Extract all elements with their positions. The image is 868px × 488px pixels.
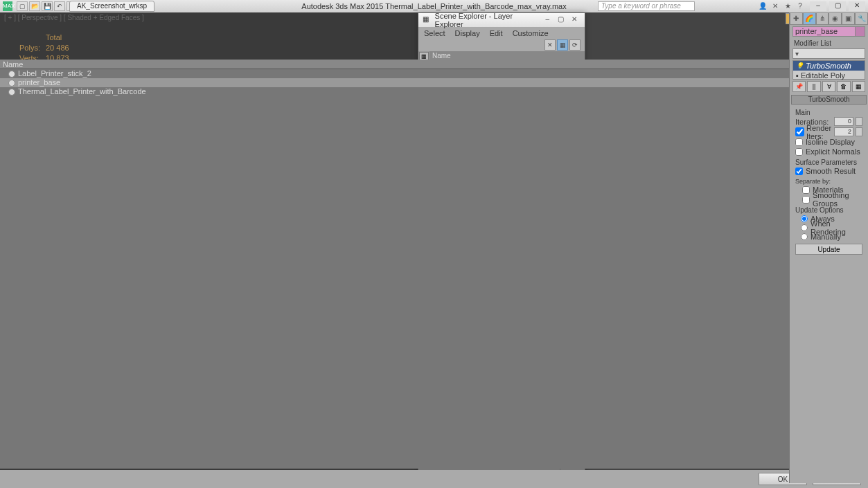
object-icon: [8, 71, 15, 78]
mod-name: TurboSmooth: [806, 62, 851, 70]
mod-expand-icon[interactable]: ▪: [796, 71, 799, 80]
se-menu-display[interactable]: Display: [455, 29, 480, 37]
help-icons: 👤 ✕ ★ ?: [757, 1, 806, 11]
show-end-icon[interactable]: ||: [807, 81, 820, 92]
favorites-icon[interactable]: ★: [782, 1, 793, 11]
smgroups-check[interactable]: [802, 196, 810, 204]
tab-utilities-icon[interactable]: 🔧: [855, 12, 868, 25]
rollout-title[interactable]: TurboSmooth: [791, 95, 867, 105]
window-title: Autodesk 3ds Max 2015 Thermal_Label_Prin…: [301, 2, 566, 10]
qat-open-icon[interactable]: 📂: [29, 1, 40, 11]
iterations-spin-buttons[interactable]: [856, 117, 862, 126]
when-render-row: When Rendering: [795, 223, 862, 232]
modifier-list-combo[interactable]: ▾: [792, 48, 865, 59]
se-menu-customize[interactable]: Customize: [513, 29, 549, 37]
command-panel: ✚ 🌈 ⋔ ◉ ▣ 🔧 printer_base Modifier List ▾…: [789, 12, 868, 483]
explicit-label: Explicit Normals: [806, 147, 860, 156]
always-radio[interactable]: [801, 215, 808, 222]
se-tool-view-icon[interactable]: ▦: [557, 39, 568, 51]
maximize-button[interactable]: ▢: [829, 1, 846, 11]
materials-check[interactable]: [802, 186, 810, 194]
titlebar: MAX ▢ 📂 💾 ↶ ↷ ⎘ AK_Screenshot_wrksp Auto…: [0, 0, 868, 12]
stats-polys-value: 20 486: [46, 44, 78, 53]
signin-icon[interactable]: 👤: [757, 1, 768, 11]
rollout-body: Main Iterations: 0 Render Iters: 2 Isoli…: [791, 105, 867, 257]
sfs-button-row: OK Cancel: [0, 470, 868, 488]
smooth-result-check[interactable]: [795, 168, 803, 175]
mod-bulb-icon[interactable]: 💡: [796, 62, 804, 69]
isoline-check[interactable]: [795, 138, 803, 146]
sfs-row-name: Label_Printer_stick_2: [0, 69, 838, 78]
isoline-label: Isoline Display: [806, 138, 855, 146]
isoline-row: Isoline Display: [795, 137, 862, 147]
object-name-value: printer_base: [795, 27, 838, 36]
render-iters-spin-buttons[interactable]: [856, 127, 862, 136]
command-panel-tabs: ✚ 🌈 ⋔ ◉ ▣ 🔧: [790, 12, 868, 25]
manually-label: Manually: [811, 233, 841, 241]
make-unique-icon[interactable]: ∀: [822, 81, 835, 92]
sfs-row[interactable]: Thermal_Label_Printer_with_Barcode0: [0, 87, 868, 96]
main-label: Main: [795, 109, 862, 116]
sfs-row[interactable]: Label_Printer_stick_2320: [0, 69, 868, 78]
manually-radio[interactable]: [801, 233, 808, 240]
explicit-check[interactable]: [795, 148, 803, 156]
smooth-result-row: Smooth Result: [795, 166, 862, 176]
scene-explorer-icon: ▦: [423, 15, 432, 25]
pin-stack-icon[interactable]: 📌: [792, 81, 806, 92]
help-icon[interactable]: ?: [795, 1, 806, 11]
modifier-list-label: Modifier List: [790, 38, 868, 48]
remove-mod-icon[interactable]: 🗑: [837, 81, 850, 92]
render-iters-row: Render Iters: 2: [795, 127, 862, 137]
iterations-spinner[interactable]: 0: [834, 117, 853, 126]
scene-explorer-titlebar[interactable]: ▦ Scene Explorer - Layer Explorer – ▢ ✕: [418, 13, 585, 27]
qat-save-icon[interactable]: 💾: [42, 1, 53, 11]
tab-display-icon[interactable]: ▣: [842, 12, 855, 25]
se-tool-find-icon[interactable]: ✕: [544, 39, 556, 51]
object-color-swatch[interactable]: [855, 27, 865, 36]
se-tool-sync-icon[interactable]: ⟳: [569, 39, 581, 51]
se-menu-select[interactable]: Select: [424, 29, 445, 37]
tab-create-icon[interactable]: ✚: [790, 12, 803, 25]
modifier-stack[interactable]: 💡TurboSmooth ▪Editable Poly: [792, 60, 865, 80]
app-icon: MAX: [3, 1, 12, 11]
modifier-stack-buttons: 📌 || ∀ 🗑 ▦: [792, 81, 865, 92]
update-button[interactable]: Update: [795, 244, 862, 255]
scene-explorer-maximize[interactable]: ▢: [555, 15, 567, 25]
stats-polys-label: Polys:: [19, 44, 44, 53]
scene-explorer-title: Scene Explorer - Layer Explorer: [435, 12, 540, 28]
tab-hierarchy-icon[interactable]: ⋔: [816, 12, 829, 25]
scene-explorer-toolbar: ✕ ▦ ⟳: [418, 39, 585, 51]
se-menu-edit[interactable]: Edit: [490, 29, 503, 37]
viewport-label[interactable]: [ + ] [ Perspective ] [ Shaded + Edged F…: [4, 14, 144, 21]
search-input[interactable]: Type a keyword or phrase: [598, 1, 695, 11]
exchange-icon[interactable]: ✕: [770, 1, 781, 11]
qat-new-icon[interactable]: ▢: [17, 1, 28, 11]
smooth-result-label: Smooth Result: [806, 167, 856, 175]
object-name-field[interactable]: printer_base: [792, 26, 865, 37]
sfs-row-name: printer_base: [0, 78, 838, 87]
surface-params-label: Surface Parameters: [795, 159, 862, 166]
mod-turbosmooth[interactable]: 💡TurboSmooth: [793, 61, 865, 71]
workspace-tab[interactable]: AK_Screenshot_wrksp: [69, 1, 154, 12]
separate-label: Separate by:: [795, 178, 862, 185]
close-button[interactable]: ✕: [849, 1, 865, 11]
sfs-list[interactable]: Name ▲ Faces Label_Printer_stick_2320pri…: [0, 60, 868, 469]
sfs-row[interactable]: printer_base20166: [0, 78, 868, 87]
minimize-button[interactable]: –: [810, 1, 826, 11]
tab-motion-icon[interactable]: ◉: [829, 12, 842, 25]
scene-explorer-close[interactable]: ✕: [569, 15, 581, 25]
turbosmooth-rollout: TurboSmooth Main Iterations: 0 Render It…: [791, 95, 867, 257]
window-controls: – ▢ ✕: [810, 1, 865, 11]
when-render-radio[interactable]: [801, 224, 808, 231]
select-from-scene-panel: Select From Scene ✕ Select Display Custo…: [0, 12, 204, 483]
tab-modify-icon[interactable]: 🌈: [803, 12, 816, 25]
qat-undo-icon[interactable]: ↶: [54, 1, 65, 11]
sfs-list-header[interactable]: Name ▲ Faces: [0, 60, 868, 69]
render-iters-spinner[interactable]: 2: [834, 127, 853, 136]
mod-editable-poly[interactable]: ▪Editable Poly: [793, 71, 865, 80]
render-iters-check[interactable]: [795, 127, 804, 136]
sfs-col-name[interactable]: Name: [0, 60, 831, 69]
scene-explorer-minimize[interactable]: –: [542, 15, 553, 25]
mod-name: Editable Poly: [801, 71, 845, 80]
configure-icon[interactable]: ▦: [852, 81, 865, 92]
